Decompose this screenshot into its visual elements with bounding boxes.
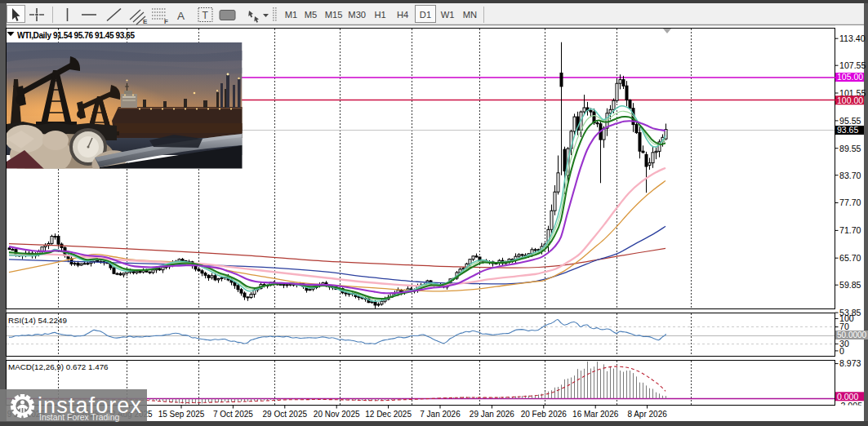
svg-text:107.55: 107.55: [839, 60, 866, 70]
svg-text:0: 0: [839, 346, 844, 356]
svg-text:E: E: [143, 18, 148, 25]
svg-text:105.00: 105.00: [837, 72, 863, 82]
svg-text:A: A: [177, 10, 185, 22]
svg-text:RSI(14) 54.2249: RSI(14) 54.2249: [8, 316, 67, 325]
svg-text:20 Feb 2026: 20 Feb 2026: [521, 410, 568, 419]
svg-text:0.000: 0.000: [837, 392, 858, 402]
svg-text:H4: H4: [397, 10, 408, 20]
svg-text:89.55: 89.55: [839, 144, 861, 153]
svg-text:8 Apr 2026: 8 Apr 2026: [627, 410, 667, 419]
svg-text:D1: D1: [420, 10, 431, 20]
svg-text:83.70: 83.70: [839, 171, 861, 180]
svg-text:H1: H1: [374, 10, 385, 20]
svg-text:MACD(12,26,9) 0.672 1.476: MACD(12,26,9) 0.672 1.476: [8, 362, 109, 371]
svg-text:59.85: 59.85: [839, 280, 861, 290]
svg-text:16 Mar 2026: 16 Mar 2026: [572, 410, 619, 419]
svg-text:M30: M30: [348, 10, 366, 20]
svg-text:M5: M5: [305, 10, 318, 20]
svg-text:12 Dec 2025: 12 Dec 2025: [365, 410, 412, 419]
svg-text:95.55: 95.55: [839, 116, 861, 126]
svg-text:Instant Forex Trading: Instant Forex Trading: [39, 413, 119, 422]
svg-text:F: F: [164, 18, 168, 25]
svg-text:8.973: 8.973: [839, 358, 861, 368]
svg-text:93.65: 93.65: [837, 125, 858, 135]
svg-text:7 Oct 2025: 7 Oct 2025: [213, 410, 253, 419]
svg-text:15 Sep 2025: 15 Sep 2025: [158, 410, 205, 419]
svg-text:M1: M1: [285, 10, 298, 20]
svg-text:T: T: [203, 10, 209, 21]
svg-text:71.70: 71.70: [839, 225, 861, 235]
svg-text:113.40: 113.40: [839, 33, 866, 43]
svg-text:M15: M15: [325, 10, 343, 20]
svg-text:29 Oct 2025: 29 Oct 2025: [263, 410, 308, 419]
svg-text:65.70: 65.70: [839, 253, 861, 263]
svg-text:50.0000: 50.0000: [837, 331, 867, 339]
svg-text:77.70: 77.70: [839, 197, 861, 207]
svg-text:WTI,Daily 91.54 95.76 91.45 9: WTI,Daily 91.54 95.76 91.45 93.65: [17, 31, 135, 40]
svg-text:MN: MN: [463, 10, 477, 20]
svg-text:20 Nov 2025: 20 Nov 2025: [314, 410, 360, 419]
svg-text:W1: W1: [441, 10, 455, 20]
svg-text:7 Jan 2026: 7 Jan 2026: [420, 410, 461, 419]
svg-text:29 Jan 2026: 29 Jan 2026: [470, 410, 514, 419]
svg-text:100.00: 100.00: [837, 95, 863, 105]
